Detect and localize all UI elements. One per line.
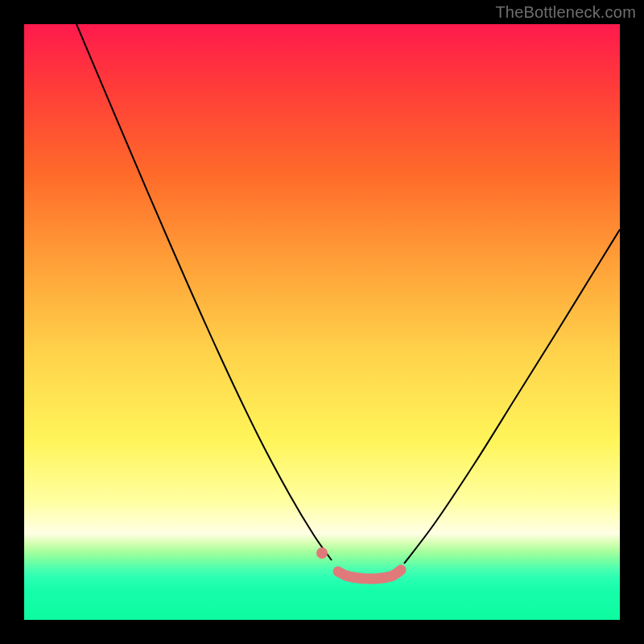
chart-frame: TheBottleneck.com (0, 0, 644, 644)
left-dot (316, 547, 328, 559)
bottom-segment (338, 570, 401, 579)
watermark-text: TheBottleneck.com (495, 3, 636, 22)
right-curve (404, 229, 620, 564)
chart-svg (24, 24, 620, 620)
left-curve (76, 24, 332, 560)
plot-area (24, 24, 620, 620)
